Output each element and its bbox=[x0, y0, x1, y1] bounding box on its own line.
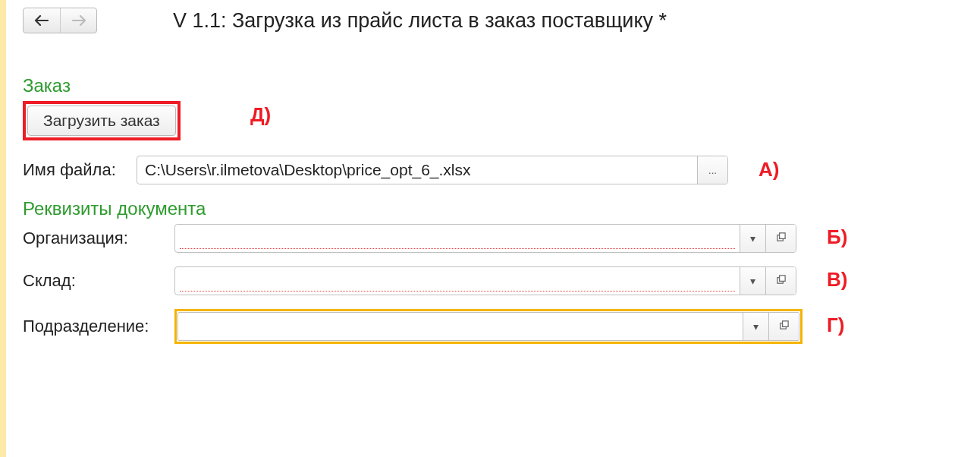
nav-button-group bbox=[23, 8, 97, 33]
organization-label: Организация: bbox=[23, 228, 174, 248]
section-requisites-label: Реквизиты документа bbox=[23, 198, 957, 219]
warehouse-label: Склад: bbox=[23, 271, 174, 291]
load-order-button[interactable]: Загрузить заказ bbox=[27, 106, 176, 136]
open-external-icon bbox=[775, 274, 787, 288]
department-label: Подразделение: bbox=[23, 317, 174, 336]
section-order-label: Заказ bbox=[23, 75, 957, 96]
open-external-icon bbox=[778, 320, 790, 333]
department-highlight bbox=[174, 309, 803, 344]
page-title: V 1.1: Загрузка из прайс листа в заказ п… bbox=[173, 9, 667, 33]
filename-browse-button[interactable]: ... bbox=[697, 156, 727, 184]
filename-input[interactable] bbox=[137, 156, 697, 184]
svg-rect-3 bbox=[780, 276, 786, 282]
annotation-v: В) bbox=[827, 268, 847, 292]
organization-open-button[interactable] bbox=[765, 225, 796, 252]
annotation-d: Д) bbox=[250, 103, 271, 127]
warehouse-open-button[interactable] bbox=[765, 267, 796, 295]
svg-rect-5 bbox=[783, 321, 789, 327]
organization-input-group bbox=[174, 224, 796, 253]
nav-forward-button[interactable] bbox=[60, 8, 96, 33]
department-open-button[interactable] bbox=[768, 313, 799, 340]
department-dropdown-button[interactable] bbox=[743, 313, 768, 340]
organization-dropdown-button[interactable] bbox=[740, 225, 765, 252]
svg-rect-1 bbox=[780, 233, 786, 239]
chevron-down-icon bbox=[750, 232, 755, 244]
filename-input-group: ... bbox=[137, 156, 728, 184]
nav-back-button[interactable] bbox=[24, 8, 60, 33]
open-external-icon bbox=[775, 232, 787, 245]
arrow-right-icon bbox=[71, 12, 86, 30]
filename-label: Имя файла: bbox=[23, 160, 137, 180]
load-order-highlight: Загрузить заказ bbox=[23, 101, 181, 140]
chevron-down-icon bbox=[750, 275, 755, 287]
arrow-left-icon bbox=[34, 12, 49, 30]
warehouse-dropdown-button[interactable] bbox=[740, 267, 765, 295]
annotation-b: Б) bbox=[827, 225, 847, 249]
annotation-a: А) bbox=[759, 158, 779, 181]
chevron-down-icon bbox=[753, 320, 759, 333]
warehouse-input-group bbox=[174, 266, 796, 295]
department-input-group bbox=[177, 312, 799, 341]
department-input[interactable] bbox=[178, 313, 743, 340]
annotation-g: Г) bbox=[827, 314, 844, 337]
warehouse-input[interactable] bbox=[180, 270, 735, 292]
organization-input[interactable] bbox=[180, 228, 735, 249]
